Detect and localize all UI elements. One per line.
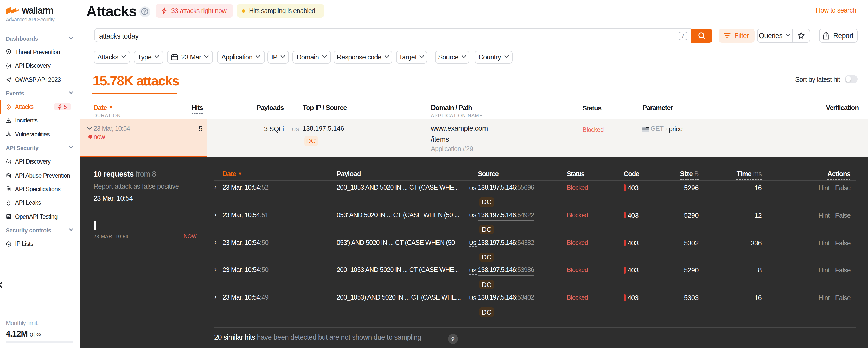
svg-text:IP: IP [8,242,10,245]
